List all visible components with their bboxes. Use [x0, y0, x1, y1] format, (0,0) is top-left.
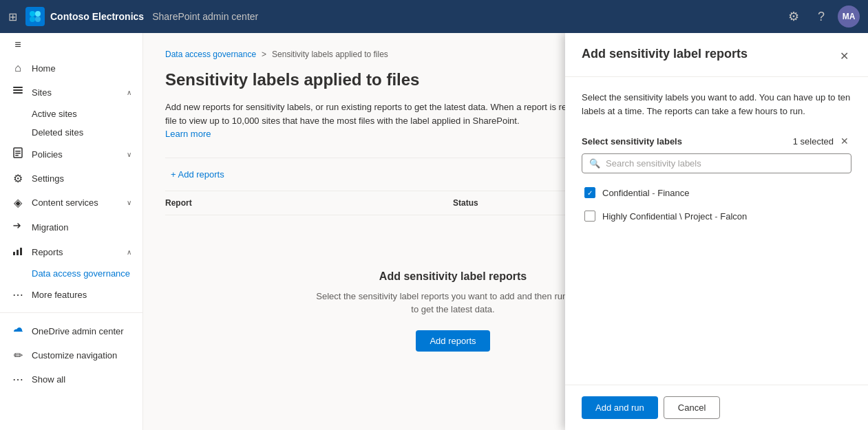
checkbox-highly-confidential[interactable] [584, 211, 595, 222]
empty-state-title: Add sensitivity label reports [379, 270, 527, 283]
app-name: SharePoint admin center [152, 11, 258, 22]
chevron-down-icon: ∨ [127, 151, 131, 158]
search-input[interactable] [606, 158, 844, 169]
sidebar-item-more-features[interactable]: ⋯ More features [0, 283, 142, 307]
sidebar-item-label: Customize navigation [32, 350, 131, 361]
more-features-icon: ⋯ [11, 288, 25, 301]
sidebar-collapse[interactable]: ≡ [0, 33, 142, 56]
svg-rect-13 [17, 250, 19, 255]
sidebar-item-label: Policies [32, 149, 120, 160]
sidebar-item-settings[interactable]: ⚙ Settings [0, 166, 142, 191]
sidebar-item-label: OneDrive admin center [32, 326, 131, 336]
panel-footer: Add and run Cancel [565, 385, 868, 430]
label-list: ✓ Confidential - Finance Highly Confiden… [582, 182, 851, 227]
checkbox-confidential[interactable]: ✓ [584, 187, 595, 198]
sidebar-item-content-services[interactable]: ◈ Content services ∨ [0, 191, 142, 215]
sidebar-item-label: Sites [32, 87, 120, 98]
policies-icon [11, 147, 25, 161]
brand-logo [25, 7, 45, 26]
svg-point-4 [35, 17, 41, 22]
sidebar-item-customize[interactable]: ✏ Customize navigation [0, 343, 142, 367]
chevron-up-icon: ∧ [127, 248, 131, 256]
settings-icon[interactable]: ⚙ [783, 6, 805, 28]
svg-rect-12 [13, 252, 15, 255]
learn-more-link[interactable]: Learn more [165, 129, 211, 139]
customize-icon: ✏ [11, 349, 25, 362]
label-item-confidential[interactable]: ✓ Confidential - Finance [582, 182, 851, 204]
label-item-highly-confidential[interactable]: Highly Confidential \ Project - Falcon [582, 205, 851, 227]
svg-point-3 [30, 17, 35, 22]
content-area: Data access governance > Sensitivity lab… [143, 33, 868, 430]
clear-selection-button[interactable]: ✕ [838, 134, 851, 148]
breadcrumb-current: Sensitivity labels applied to files [272, 50, 388, 59]
help-icon[interactable]: ? [810, 6, 832, 28]
nav-icons: ⚙ ? MA [783, 6, 860, 28]
svg-rect-0 [25, 7, 45, 26]
selected-count: 1 selected ✕ [793, 134, 851, 148]
search-icon: 🔍 [589, 158, 600, 169]
panel-description: Select the sensitivity labels you want t… [582, 91, 851, 118]
sidebar-item-home[interactable]: ⌂ Home [0, 56, 142, 80]
sidebar-item-label: Migration [32, 222, 131, 233]
sidebar-item-show-all[interactable]: ⋯ Show all [0, 367, 142, 391]
col-report: Report [165, 198, 453, 208]
sidebar-item-sites[interactable]: Sites ∧ [0, 80, 142, 105]
label-text-confidential: Confidential - Finance [602, 188, 689, 198]
sidebar-item-migration[interactable]: Migration [0, 215, 142, 239]
panel-section-label: Select sensitivity labels [582, 136, 682, 147]
add-sensitivity-panel: Add sensitivity label reports ✕ Select t… [565, 33, 868, 430]
chevron-up-icon: ∧ [127, 89, 131, 96]
svg-rect-6 [13, 89, 23, 91]
panel-body: Select the sensitivity labels you want t… [565, 77, 868, 385]
sidebar-divider [0, 312, 142, 313]
sidebar-item-reports[interactable]: Reports ∧ [0, 239, 142, 264]
add-and-run-button[interactable]: Add and run [582, 396, 658, 419]
empty-add-reports-button[interactable]: Add reports [416, 330, 489, 352]
sidebar-item-label: Reports [32, 247, 120, 257]
waffle-icon[interactable]: ⊞ [8, 10, 17, 23]
sidebar-item-label: More features [32, 290, 131, 300]
sidebar-item-data-access-governance[interactable]: Data access governance [0, 264, 142, 283]
content-icon: ◈ [11, 196, 25, 209]
selected-count-text: 1 selected [793, 136, 834, 147]
breadcrumb-parent[interactable]: Data access governance [165, 50, 256, 59]
cancel-button[interactable]: Cancel [664, 396, 720, 419]
panel-close-button[interactable]: ✕ [837, 47, 851, 65]
panel-title: Add sensitivity label reports [582, 47, 748, 61]
show-all-icon: ⋯ [11, 373, 25, 386]
top-navigation: ⊞ Contoso Electronics SharePoint admin c… [0, 0, 868, 33]
onedrive-icon [11, 324, 25, 338]
chevron-down-icon: ∨ [127, 199, 131, 206]
panel-section-header: Select sensitivity labels 1 selected ✕ [582, 134, 851, 148]
sidebar-item-policies[interactable]: Policies ∨ [0, 142, 142, 166]
sidebar: ≡ ⌂ Home Sites ∧ Active sites Deleted si… [0, 33, 143, 430]
collapse-icon: ≡ [11, 39, 25, 51]
svg-point-2 [35, 11, 41, 17]
svg-rect-9 [15, 151, 21, 152]
sidebar-item-deleted-sites[interactable]: Deleted sites [0, 123, 142, 142]
brand-name: Contoso Electronics [50, 11, 144, 22]
svg-rect-10 [15, 153, 21, 154]
svg-rect-11 [15, 155, 19, 156]
svg-rect-14 [20, 248, 22, 255]
svg-point-1 [30, 11, 35, 17]
avatar[interactable]: MA [838, 6, 860, 28]
sidebar-item-onedrive[interactable]: OneDrive admin center [0, 319, 142, 343]
sidebar-item-label: Home [32, 63, 131, 74]
migration-icon [11, 220, 25, 234]
sites-icon [11, 85, 25, 99]
sidebar-item-label: Content services [32, 197, 120, 208]
sidebar-item-active-sites[interactable]: Active sites [0, 105, 142, 123]
brand-area: Contoso Electronics SharePoint admin cen… [25, 7, 258, 26]
settings-nav-icon: ⚙ [11, 172, 25, 185]
empty-state-description: Select the sensitivity label reports you… [315, 290, 591, 316]
panel-header: Add sensitivity label reports ✕ [565, 33, 868, 77]
sidebar-item-label: Show all [32, 374, 131, 385]
breadcrumb-separator: > [262, 50, 266, 59]
svg-rect-7 [13, 92, 23, 94]
home-icon: ⌂ [11, 62, 25, 74]
label-text-highly-confidential: Highly Confidential \ Project - Falcon [602, 211, 747, 222]
sidebar-item-label: Settings [32, 173, 131, 184]
search-box: 🔍 [582, 153, 851, 173]
add-reports-button[interactable]: + Add reports [165, 165, 230, 184]
